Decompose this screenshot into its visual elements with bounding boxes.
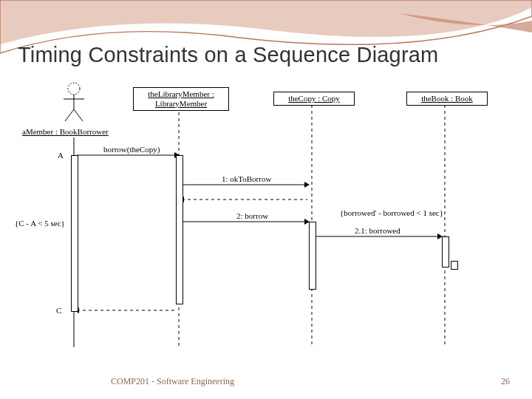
participant-library-member: theLibraryMember : LibraryMember <box>133 87 229 111</box>
actor-icon <box>59 81 89 124</box>
constraint-left: {C - A < 5 sec} <box>15 219 65 228</box>
slide: Timing Constraints on a Sequence Diagram… <box>0 0 532 399</box>
svg-point-0 <box>68 83 80 95</box>
p1-line2: LibraryMember <box>155 99 207 108</box>
participant-book: theBook : Book <box>406 92 488 106</box>
arrowhead-icon <box>304 182 310 188</box>
p1-line1: theLibraryMember : <box>148 89 214 98</box>
sequence-diagram: aMember : BookBorrower theLibraryMember … <box>22 81 510 355</box>
actor-label: aMember : BookBorrower <box>22 127 109 136</box>
slide-title: Timing Constraints on a Sequence Diagram <box>18 43 438 67</box>
participant-copy: theCopy : Copy <box>273 92 355 106</box>
p3-label: theBook : Book <box>421 94 473 103</box>
msg-borrow-thecopy: borrow(theCopy) <box>103 145 160 154</box>
activation-bar <box>176 155 183 304</box>
svg-line-4 <box>74 109 83 121</box>
activation-bar <box>309 222 316 290</box>
msg-borrow: 2: borrow <box>236 211 268 220</box>
activation-bar <box>442 236 449 267</box>
footer-text: COMP201 - Software Engineering <box>111 376 234 387</box>
svg-line-3 <box>65 109 74 121</box>
mark-a: A <box>58 151 64 160</box>
p2-label: theCopy : Copy <box>288 94 340 103</box>
msg-ok-to-borrow: 1: okToBorrow <box>222 174 271 183</box>
constraint-right: {borrowed' - borrowed < 1 sec} <box>340 208 443 217</box>
activation-bar <box>71 155 78 312</box>
activation-bar <box>451 261 458 270</box>
msg-borrowed: 2.1: borrowed <box>355 226 400 235</box>
page-number: 26 <box>501 376 510 387</box>
mark-c: C <box>56 306 61 315</box>
